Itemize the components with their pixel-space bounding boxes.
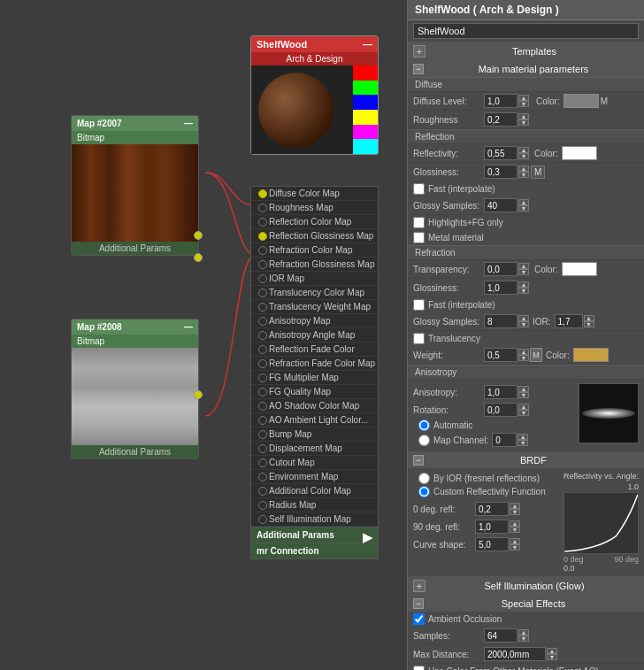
map-node-2007-footer[interactable]: Additional Params bbox=[72, 242, 198, 255]
ao-use-color-checkbox[interactable] bbox=[413, 666, 425, 670]
transparency-down[interactable]: ▼ bbox=[518, 269, 529, 275]
node-2008-connector[interactable] bbox=[194, 390, 203, 399]
translucency-weight-up[interactable]: ▲ bbox=[518, 349, 529, 355]
map-list-item-22[interactable]: Radius Map bbox=[251, 498, 378, 512]
reflection-m-btn[interactable]: M bbox=[531, 166, 545, 179]
deg90-up[interactable]: ▲ bbox=[510, 520, 520, 527]
ao-maxdist-down[interactable]: ▼ bbox=[547, 654, 557, 660]
map-list-item-17[interactable]: Bump Map bbox=[251, 427, 378, 442]
highlights-checkbox[interactable] bbox=[413, 217, 425, 228]
reflectivity-input[interactable] bbox=[484, 146, 518, 160]
self-illumination-header[interactable]: + Self Illumination (Glow) bbox=[408, 577, 644, 595]
map-node-2008-minus[interactable]: — bbox=[184, 322, 193, 332]
roughness-input[interactable] bbox=[484, 112, 518, 127]
translucency-checkbox[interactable] bbox=[413, 333, 425, 344]
refraction-glossy-up[interactable]: ▲ bbox=[518, 315, 529, 321]
reflection-glossiness-input[interactable] bbox=[484, 165, 518, 179]
node-2007-connector-bottom[interactable] bbox=[194, 253, 203, 262]
curve-spinner[interactable]: ▲ ▼ bbox=[510, 538, 520, 551]
map-channel-up[interactable]: ▲ bbox=[518, 434, 528, 440]
reflection-glossiness-down[interactable]: ▼ bbox=[518, 172, 529, 178]
map-list-item-18[interactable]: Displacement Map bbox=[251, 442, 378, 456]
map-list-item-20[interactable]: Environment Map bbox=[251, 470, 378, 484]
deg0-up[interactable]: ▲ bbox=[510, 503, 520, 509]
self-illumination-plus[interactable]: + bbox=[413, 580, 426, 592]
curve-up[interactable]: ▲ bbox=[510, 538, 520, 544]
translucency-weight-down[interactable]: ▼ bbox=[518, 355, 529, 361]
map-list-item-8[interactable]: Translucency Weight Map bbox=[251, 300, 378, 314]
translucency-weight-spinner[interactable]: ▲ ▼ bbox=[518, 349, 529, 361]
by-ior-radio[interactable] bbox=[418, 473, 430, 484]
map-list-item-0[interactable]: Diffuse Color Map bbox=[251, 187, 378, 201]
refraction-glossy-input[interactable] bbox=[484, 314, 518, 328]
brdf-collapse[interactable]: − bbox=[413, 455, 424, 466]
translucency-weight-input[interactable] bbox=[484, 348, 518, 362]
map-list-footer-2[interactable]: mr Connection bbox=[251, 543, 378, 558]
node-2007-connector-top[interactable] bbox=[194, 231, 203, 240]
ior-up[interactable]: ▲ bbox=[584, 315, 594, 321]
ior-down[interactable]: ▼ bbox=[584, 321, 594, 327]
map-channel-radio[interactable] bbox=[418, 435, 430, 446]
deg90-input[interactable] bbox=[475, 520, 509, 534]
map-list-item-19[interactable]: Cutout Map bbox=[251, 456, 378, 470]
metal-checkbox[interactable] bbox=[413, 232, 425, 243]
templates-header[interactable]: + Templates bbox=[408, 42, 644, 60]
anisotropy-down[interactable]: ▼ bbox=[518, 392, 529, 398]
anisotropy-input[interactable] bbox=[484, 385, 518, 399]
ao-samples-spinner[interactable]: ▲ ▼ bbox=[518, 629, 529, 642]
ior-input[interactable] bbox=[555, 314, 583, 328]
map-list-item-9[interactable]: Anisotropy Map bbox=[251, 314, 378, 328]
map-list-item-7[interactable]: Translucency Color Map bbox=[251, 286, 378, 300]
glossy-samples-down[interactable]: ▼ bbox=[518, 205, 529, 212]
curve-down[interactable]: ▼ bbox=[510, 544, 520, 551]
map-list-item-10[interactable]: Anisotropy Angle Map bbox=[251, 328, 378, 343]
rotation-input[interactable] bbox=[484, 403, 518, 417]
roughness-spinner[interactable]: ▲ ▼ bbox=[518, 113, 529, 126]
diffuse-color-swatch[interactable] bbox=[564, 94, 599, 108]
glossy-samples-input[interactable] bbox=[484, 198, 518, 212]
map-list-item-21[interactable]: Additional Color Map bbox=[251, 484, 378, 498]
refraction-glossiness-down[interactable]: ▼ bbox=[518, 288, 529, 294]
automatic-radio[interactable] bbox=[418, 420, 430, 431]
transparency-spinner[interactable]: ▲ ▼ bbox=[518, 263, 529, 275]
shelfwood-minus[interactable]: — bbox=[363, 39, 372, 50]
map-list-item-15[interactable]: AO Shadow Color Map bbox=[251, 399, 378, 413]
map-list-footer-1[interactable]: Additional Params ▶ bbox=[251, 527, 378, 543]
refraction-glossiness-up[interactable]: ▲ bbox=[518, 281, 529, 288]
ao-samples-input[interactable] bbox=[484, 628, 518, 643]
reflectivity-down[interactable]: ▼ bbox=[518, 153, 529, 159]
map-node-2008-footer[interactable]: Additional Params bbox=[72, 445, 198, 458]
ao-maxdist-spinner[interactable]: ▲ ▼ bbox=[547, 648, 557, 660]
brdf-header[interactable]: − BRDF bbox=[408, 452, 644, 468]
fast-interpolate-checkbox[interactable] bbox=[413, 183, 425, 195]
translucency-m-btn[interactable]: M bbox=[530, 348, 542, 362]
templates-plus[interactable]: + bbox=[413, 45, 426, 58]
map-list-item-3[interactable]: Reflection Glossiness Map bbox=[251, 229, 378, 243]
ao-maxdist-up[interactable]: ▲ bbox=[547, 648, 557, 654]
ao-maxdist-input[interactable] bbox=[484, 647, 546, 661]
deg0-spinner[interactable]: ▲ ▼ bbox=[510, 503, 520, 515]
glossy-samples-spinner[interactable]: ▲ ▼ bbox=[518, 199, 529, 212]
special-effects-header[interactable]: − Special Effects bbox=[408, 596, 644, 612]
map-list-item-11[interactable]: Reflection Fade Color bbox=[251, 343, 378, 357]
rotation-up[interactable]: ▲ bbox=[518, 404, 529, 410]
transparency-input[interactable] bbox=[484, 262, 518, 276]
reflection-glossiness-up[interactable]: ▲ bbox=[518, 166, 529, 172]
reflection-color-swatch[interactable] bbox=[562, 146, 597, 160]
map-list-item-2[interactable]: Reflection Color Map bbox=[251, 215, 378, 229]
glossy-samples-up[interactable]: ▲ bbox=[518, 199, 529, 205]
refraction-color-swatch[interactable] bbox=[562, 262, 597, 276]
rotation-spinner[interactable]: ▲ ▼ bbox=[518, 404, 529, 416]
diffuse-level-input[interactable] bbox=[484, 94, 518, 108]
map-list-item-14[interactable]: FG Quality Map bbox=[251, 385, 378, 399]
diffuse-level-down[interactable]: ▼ bbox=[518, 101, 529, 107]
roughness-down[interactable]: ▼ bbox=[518, 119, 529, 126]
map-list-item-6[interactable]: IOR Map bbox=[251, 272, 378, 286]
main-material-header[interactable]: − Main material parameters bbox=[408, 61, 644, 77]
roughness-up[interactable]: ▲ bbox=[518, 113, 529, 119]
reflectivity-spinner[interactable]: ▲ ▼ bbox=[518, 147, 529, 159]
diffuse-level-up[interactable]: ▲ bbox=[518, 95, 529, 101]
curve-input[interactable] bbox=[475, 537, 509, 551]
deg0-input[interactable] bbox=[475, 502, 509, 516]
reflection-glossiness-spinner[interactable]: ▲ ▼ bbox=[518, 166, 529, 178]
